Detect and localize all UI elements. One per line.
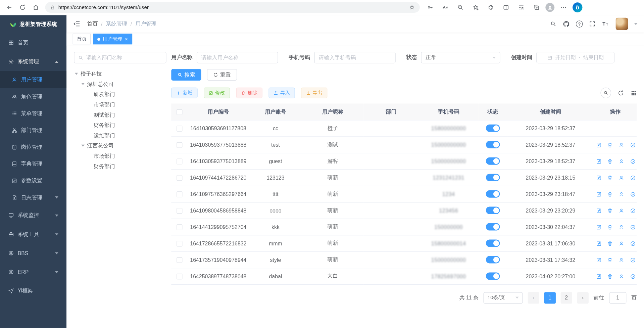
delete-icon[interactable] bbox=[607, 257, 613, 263]
edit-icon[interactable] bbox=[596, 208, 601, 214]
help-icon[interactable]: ? bbox=[576, 20, 583, 28]
sidebar-item-menu-mgmt[interactable]: 菜单管理 bbox=[0, 105, 66, 122]
breadcrumb-system[interactable]: 系统管理 bbox=[106, 20, 127, 28]
row-checkbox[interactable] bbox=[177, 175, 182, 181]
edit-icon[interactable] bbox=[596, 175, 601, 181]
page-button-2[interactable]: 2 bbox=[561, 292, 572, 303]
dept-search-input[interactable] bbox=[86, 55, 162, 60]
sidebar-item-dept-mgmt[interactable]: 部门管理 bbox=[0, 122, 66, 138]
date-range-picker[interactable]: 开始日期 - 结束日期 bbox=[536, 52, 614, 63]
username-input[interactable] bbox=[197, 52, 278, 63]
reset-password-icon[interactable] bbox=[618, 241, 624, 246]
fullscreen-icon[interactable] bbox=[589, 20, 596, 27]
tree-node-dept[interactable]: 财务部门 bbox=[74, 161, 166, 172]
tree-node-dept[interactable]: 市场部门 bbox=[74, 99, 166, 110]
status-toggle[interactable] bbox=[486, 141, 500, 148]
prev-page-button[interactable]: ‹ bbox=[528, 292, 539, 303]
status-toggle[interactable] bbox=[486, 272, 500, 280]
zoom-out-icon[interactable] bbox=[454, 1, 467, 14]
edit-icon[interactable] bbox=[596, 241, 601, 246]
next-page-button[interactable]: › bbox=[577, 292, 589, 303]
sidebar-item-role-mgmt[interactable]: 角色管理 bbox=[0, 88, 66, 105]
tree-node-root[interactable]: 橙子科技 bbox=[74, 68, 166, 79]
favorites-bar-icon[interactable] bbox=[515, 1, 528, 14]
sidebar-item-tools[interactable]: 系统工具 bbox=[0, 225, 66, 243]
delete-icon[interactable] bbox=[607, 142, 613, 148]
tree-node-dept[interactable]: 财务部门 bbox=[74, 120, 166, 130]
password-key-icon[interactable] bbox=[424, 1, 436, 14]
sidebar-item-system[interactable]: 系统管理 bbox=[0, 52, 66, 71]
reset-password-icon[interactable] bbox=[618, 175, 624, 181]
more-icon[interactable] bbox=[557, 1, 570, 14]
status-toggle[interactable] bbox=[486, 207, 500, 214]
reset-password-icon[interactable] bbox=[618, 208, 624, 214]
reset-password-icon[interactable] bbox=[618, 142, 624, 148]
status-toggle[interactable] bbox=[486, 223, 500, 231]
favorites-add-icon[interactable] bbox=[469, 1, 482, 14]
row-checkbox[interactable] bbox=[177, 208, 182, 214]
tree-caret-icon[interactable] bbox=[81, 83, 85, 85]
edit-button[interactable]: 修改 bbox=[204, 88, 230, 98]
sidebar-item-post-mgmt[interactable]: 岗位管理 bbox=[0, 138, 66, 155]
page-button-1[interactable]: 1 bbox=[544, 292, 556, 303]
reset-password-icon[interactable] bbox=[618, 191, 624, 197]
edit-icon[interactable] bbox=[596, 142, 601, 148]
sidebar-item-home[interactable]: 首页 bbox=[0, 33, 66, 52]
split-screen-icon[interactable] bbox=[500, 1, 512, 14]
reset-password-icon[interactable] bbox=[618, 158, 624, 164]
grid-icon[interactable] bbox=[631, 90, 637, 96]
status-select[interactable]: 正常 bbox=[421, 52, 500, 63]
collections-icon[interactable] bbox=[530, 1, 543, 14]
delete-icon[interactable] bbox=[607, 208, 613, 214]
edit-icon[interactable] bbox=[596, 257, 601, 263]
reset-button[interactable]: 重置 bbox=[207, 69, 237, 81]
import-button[interactable]: 导入 bbox=[268, 88, 295, 98]
assign-role-icon[interactable] bbox=[630, 274, 636, 279]
user-avatar[interactable] bbox=[616, 18, 628, 30]
status-toggle[interactable] bbox=[486, 256, 500, 263]
status-toggle[interactable] bbox=[486, 174, 500, 181]
phone-input[interactable] bbox=[314, 52, 395, 63]
tab-user-mgmt[interactable]: 用户管理 × bbox=[93, 34, 132, 44]
delete-icon[interactable] bbox=[607, 175, 613, 181]
assign-role-icon[interactable] bbox=[630, 241, 636, 246]
assign-role-icon[interactable] bbox=[630, 257, 636, 263]
tree-node-dept[interactable]: 运维部门 bbox=[74, 130, 166, 141]
refresh-icon[interactable] bbox=[16, 1, 29, 14]
font-size-icon[interactable]: TT bbox=[602, 20, 609, 28]
refresh-table-icon[interactable] bbox=[618, 90, 624, 96]
assign-role-icon[interactable] bbox=[630, 142, 636, 148]
reset-password-icon[interactable] bbox=[618, 257, 624, 263]
tree-caret-icon[interactable] bbox=[81, 145, 85, 147]
tree-caret-icon[interactable] bbox=[75, 73, 78, 75]
row-checkbox[interactable] bbox=[177, 274, 182, 279]
tree-node-company[interactable]: 深圳总公司 bbox=[74, 79, 166, 89]
profile-avatar-icon[interactable] bbox=[545, 3, 554, 12]
tab-home[interactable]: 首页 bbox=[73, 34, 91, 44]
bookmark-star-icon[interactable] bbox=[409, 4, 415, 10]
tree-node-dept[interactable]: 研发部门 bbox=[74, 89, 166, 100]
delete-icon[interactable] bbox=[607, 158, 613, 164]
row-checkbox[interactable] bbox=[177, 257, 182, 263]
delete-icon[interactable] bbox=[607, 191, 613, 197]
row-checkbox[interactable] bbox=[177, 224, 182, 230]
bing-chat-icon[interactable]: b bbox=[573, 2, 582, 12]
delete-button[interactable]: 删除 bbox=[236, 88, 262, 98]
assign-role-icon[interactable] bbox=[630, 158, 636, 164]
edit-icon[interactable] bbox=[596, 158, 601, 164]
export-button[interactable]: 导出 bbox=[301, 88, 327, 98]
edit-icon[interactable] bbox=[596, 191, 601, 197]
jump-page-input[interactable] bbox=[609, 292, 626, 303]
search-icon[interactable] bbox=[550, 20, 557, 27]
collapse-sidebar-icon[interactable] bbox=[73, 20, 81, 28]
delete-icon[interactable] bbox=[607, 241, 613, 246]
sidebar-item-monitor[interactable]: 系统监控 bbox=[0, 206, 66, 225]
breadcrumb-home[interactable]: 首页 bbox=[87, 20, 98, 28]
close-tab-icon[interactable]: × bbox=[125, 36, 128, 42]
reset-password-icon[interactable] bbox=[618, 224, 624, 230]
sidebar-item-bbs[interactable]: BBS bbox=[0, 244, 66, 263]
github-icon[interactable] bbox=[563, 20, 570, 28]
user-menu-caret-icon[interactable] bbox=[634, 23, 638, 25]
sidebar-item-dict-mgmt[interactable]: 字典管理 bbox=[0, 155, 66, 172]
reset-password-icon[interactable] bbox=[618, 274, 624, 279]
